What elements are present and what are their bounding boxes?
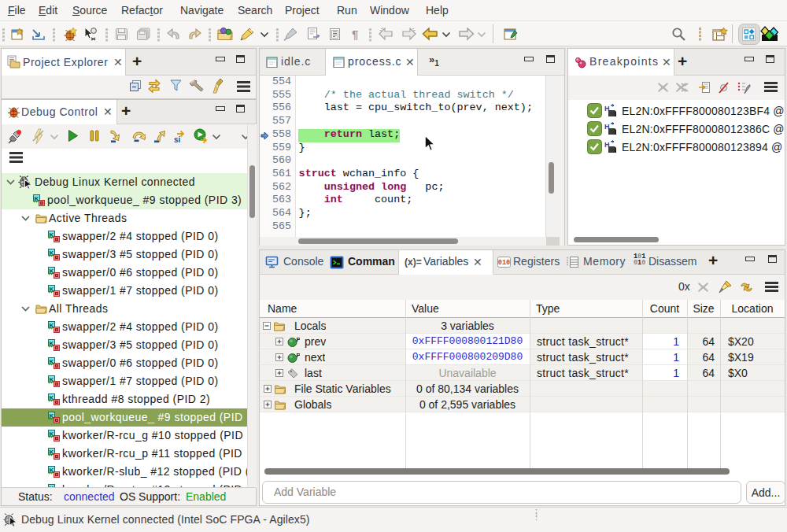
svg-text:P: P [297,352,301,359]
svg-text:P: P [297,336,301,343]
svg-text:si: si [174,135,181,144]
svg-text:010: 010 [498,259,510,267]
